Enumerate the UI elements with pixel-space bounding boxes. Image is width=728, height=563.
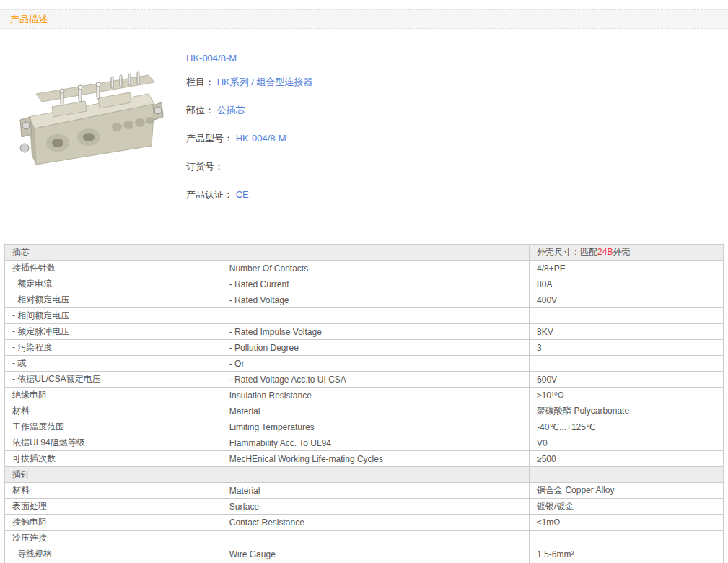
table-row: - 相对额定电压- Rated Voltage400V [5,292,724,308]
note-highlight: 24B [597,247,613,257]
table-row: 绝缘电阻Insulation Resistance≥10¹⁰Ω [5,388,724,403]
spec-name-en [222,531,529,546]
category-link-type[interactable]: 组合型连接器 [257,77,313,87]
spec-value [530,356,724,372]
field-certification: 产品认证： CE [186,188,313,201]
part-label: 部位： [186,105,214,115]
field-order-no: 订货号： [186,160,313,173]
section-header-row: 插针 [5,467,724,483]
note-prefix: 外壳尺寸：匹配 [537,247,597,257]
category-separator: / [251,77,256,87]
product-image [7,51,173,178]
category-link-series[interactable]: HK系列 [217,77,249,87]
table-row: 可拔插次数MecHEnical Working Life-mating Cycl… [5,451,724,467]
section-note: 外壳尺寸：匹配24B外壳 [530,245,724,261]
spec-name-cn: - 相对额定电压 [5,292,222,308]
product-title-link[interactable]: HK-004/8-M [186,53,313,64]
table-row: 接触电阻Contact Resistance≤1mΩ [5,515,724,531]
spec-section-insert: 插芯 外壳尺寸：匹配24B外壳 接插件针数Number Of Contacts4… [5,245,724,467]
field-model: 产品型号： HK-004/8-M [186,132,313,145]
product-info: HK-004/8-M 栏目： HK系列 / 组合型连接器 部位： 公插芯 产品型… [186,51,313,217]
note-suffix: 外壳 [613,247,630,257]
page-title: 产品描述 [10,14,48,25]
certification-link[interactable]: CE [236,189,249,200]
spec-name-cn: - 额定脉冲电压 [5,324,222,340]
spec-name-en: - Pollution Degree [222,340,529,356]
spec-name-en: Material [222,403,529,419]
spec-section-pin: 插针 材料Material铜合金 Copper Alloy表面处理Surface… [5,467,724,563]
spec-name-cn: 表面处理 [5,499,222,515]
table-row: 材料Material聚碳酸酯 Polycarbonate [5,403,724,419]
spec-name-cn: 材料 [5,403,222,419]
spec-name-cn: - 相间额定电压 [5,308,222,324]
spec-name-en: Insulation Resistance [222,388,529,403]
spec-value: 镀银/镀金 [530,499,724,515]
spec-value: 400V [530,292,724,308]
field-category: 栏目： HK系列 / 组合型连接器 [186,76,313,89]
spec-name-en: MecHEnical Working Life-mating Cycles [222,451,529,467]
spec-name-en: - Rated Current [222,276,529,292]
spec-name-en: Contact Resistance [222,515,529,531]
spec-name-cn: 接插件针数 [5,261,222,276]
spec-value [530,531,724,546]
spec-name-en: Limiting Temperatures [222,419,529,435]
spec-value: ≥500 [530,451,724,467]
spec-name-cn: - 额定电流 [5,276,222,292]
table-row: 工作温度范围Limiting Temperatures-40℃...+125℃ [5,419,724,435]
spec-value: ≥10¹⁰Ω [530,388,724,403]
spec-value: ≤1mΩ [530,515,724,531]
field-part: 部位： 公插芯 [186,104,313,117]
product-overview: HK-004/8-M 栏目： HK系列 / 组合型连接器 部位： 公插芯 产品型… [0,29,728,217]
section-title: 插芯 [5,245,530,261]
spec-value: 铜合金 Copper Alloy [530,483,724,499]
spec-name-cn: - 或 [5,356,222,372]
table-row: - 污染程度- Pollution Degree3 [5,340,724,356]
table-row: 表面处理Surface镀银/镀金 [5,499,724,515]
spec-name-en: - Rated Impulse Voltage [222,324,529,340]
spec-name-en: Surface [222,499,529,515]
table-row: 接插件针数Number Of Contacts4/8+PE [5,261,724,276]
table-row: - 额定电流- Rated Current80A [5,276,724,292]
spec-value: 80A [530,276,724,292]
table-row: - 相间额定电压 [5,308,724,324]
model-link[interactable]: HK-004/8-M [236,133,286,144]
table-row: - 导线规格Wire Gauge1.5-6mm² [5,546,724,562]
spec-value: V0 [530,435,724,451]
spec-name-cn: 绝缘电阻 [5,388,222,403]
spec-value: 3 [530,340,724,356]
section-title: 插针 [5,467,530,483]
certification-label: 产品认证： [186,189,233,200]
part-link[interactable]: 公插芯 [217,105,245,115]
section-note [530,467,724,483]
section-title-bar: 产品描述 [0,9,728,29]
order-no-label: 订货号： [186,161,224,172]
spec-name-en [222,308,529,324]
category-label: 栏目： [186,77,214,87]
table-row: 材料Material铜合金 Copper Alloy [5,483,724,499]
section-header-row: 插芯 外壳尺寸：匹配24B外壳 [5,245,724,261]
model-label: 产品型号： [186,133,233,144]
spec-name-cn: 依据UL94阻燃等级 [5,435,222,451]
spec-value: 聚碳酸酯 Polycarbonate [530,403,724,419]
spec-name-en: Wire Gauge [222,546,529,562]
spec-name-cn: - 依据UL/CSA额定电压 [5,372,222,388]
spec-table: 插芯 外壳尺寸：匹配24B外壳 接插件针数Number Of Contacts4… [4,244,724,563]
table-row: 冷压连接 [5,531,724,546]
spec-name-en: Flammability Acc. To UL94 [222,435,529,451]
spec-value: 8KV [530,324,724,340]
spec-value: 4/8+PE [530,261,724,276]
spec-value [530,308,724,324]
table-row: - 依据UL/CSA额定电压- Rated Voltage Acc.to UI … [5,372,724,388]
spec-name-en: Number Of Contacts [222,261,529,276]
spec-name-cn: - 污染程度 [5,340,222,356]
spec-value: -40℃...+125℃ [530,419,724,435]
table-row: 依据UL94阻燃等级Flammability Acc. To UL94V0 [5,435,724,451]
spec-name-cn: 冷压连接 [5,531,222,546]
spec-name-cn: 接触电阻 [5,515,222,531]
connector-illustration [7,51,173,178]
spec-name-cn: 可拔插次数 [5,451,222,467]
spec-name-en: Material [222,483,529,499]
spec-value: 1.5-6mm² [530,546,724,562]
spec-name-cn: - 导线规格 [5,546,222,562]
spec-name-en: - Rated Voltage [222,292,529,308]
